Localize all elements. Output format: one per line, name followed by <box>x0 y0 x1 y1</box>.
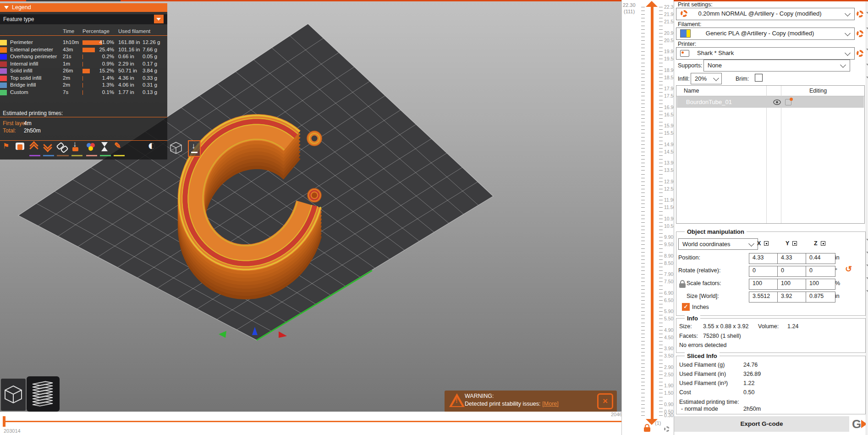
layer-tick-label: 0.50 <box>664 409 673 414</box>
manip-label: Position: <box>678 254 700 261</box>
manip-input[interactable]: 0 <box>777 266 807 277</box>
supports-combo[interactable]: None <box>703 60 850 72</box>
manip-input[interactable]: 100 <box>749 279 779 290</box>
legend-title: Legend <box>12 4 31 11</box>
percentage-bar <box>82 55 83 59</box>
printer-combo[interactable]: Shark * Shark <box>676 47 855 60</box>
slider-settings-gear-icon[interactable] <box>664 426 670 432</box>
legend-row: Internal infill 1m 0.9% 2.29 in 0.17 g <box>0 61 167 68</box>
legend-row: Solid infill 26m 15.2% 50.71 in 3.84 g <box>0 68 167 75</box>
one-layer-down-icon[interactable] <box>43 142 54 156</box>
bounding-box-icon[interactable] <box>169 142 184 156</box>
preview-view-button[interactable] <box>27 376 60 412</box>
scrollbar[interactable] <box>866 0 868 435</box>
manip-unit: ° <box>835 267 837 274</box>
eye-icon[interactable] <box>773 99 781 106</box>
manip-input[interactable]: 0.44 <box>806 253 835 264</box>
feature-length: 0.66 in <box>118 54 134 59</box>
layer-slider-column: 22.30 (111) 0.300.500.901.501.902.502.90… <box>621 0 674 435</box>
feature-type-dropdown[interactable]: Feature type <box>0 14 167 24</box>
close-icon[interactable]: × <box>597 393 613 409</box>
color-prints-icon[interactable] <box>16 142 27 156</box>
printer-gear-icon[interactable] <box>857 50 863 57</box>
sliced-label: Used Filament (g) <box>679 362 725 368</box>
scale-lock-icon[interactable] <box>679 283 686 288</box>
move-slider-start-value: 203014 <box>4 428 21 434</box>
tool-colors-icon[interactable] <box>86 142 97 156</box>
layer-tick-label: 2.90 <box>664 364 673 370</box>
object-row[interactable]: BourdonTube_01 <box>677 96 864 108</box>
layer-slider-bottom-count: (1) <box>655 420 661 426</box>
brim-checkbox[interactable] <box>755 74 763 82</box>
move-slider[interactable] <box>4 421 633 422</box>
percentage-bar <box>82 69 90 73</box>
layers-tool-icon[interactable]: ↓ <box>188 142 202 156</box>
sliced-label: Estimated printing time: <box>679 399 739 405</box>
feature-color-chip <box>0 54 7 60</box>
seam-paint-icon[interactable]: ✎ <box>114 142 125 156</box>
volume-value: 1.24 <box>787 323 798 330</box>
gcode-icon[interactable]: G <box>852 417 861 431</box>
feature-length: 161.88 in <box>118 39 140 45</box>
layer-tick-label: 7.50 <box>664 279 673 284</box>
info-title: Info <box>685 315 700 322</box>
layer-slider-top-thumb[interactable] <box>646 1 658 7</box>
manip-input[interactable]: 100 <box>777 279 807 290</box>
coordinates-combo[interactable]: World coordinates <box>678 238 758 250</box>
feature-weight: 3.84 g <box>143 68 157 73</box>
manip-input[interactable]: 4.33 <box>777 253 807 264</box>
feature-length: 2.29 in <box>118 61 134 66</box>
center-of-mass-icon[interactable]: ◐ <box>148 142 163 156</box>
legend-header[interactable]: Legend <box>0 3 167 12</box>
manip-input[interactable]: 0 <box>806 266 835 277</box>
unlink-icon[interactable] <box>57 142 69 156</box>
sliced-label: Used Filament (in³) <box>679 380 728 386</box>
printer-icon <box>680 50 689 57</box>
legend-row: Perimeter 1h10m 41.0% 161.88 in 12.26 g <box>0 39 167 47</box>
feature-label: Custom <box>10 89 28 95</box>
print-settings-gear-icon[interactable] <box>857 11 863 17</box>
one-layer-up-icon[interactable] <box>29 142 40 156</box>
3d-viewport[interactable]: Legend Feature type Time Percentage Used… <box>0 0 621 412</box>
manip-unit: in <box>835 293 840 299</box>
3d-view-button[interactable] <box>1 379 26 411</box>
manip-label: Scale factors: <box>687 280 721 286</box>
infill-combo[interactable]: 20% <box>691 73 722 84</box>
manip-input[interactable]: 3.5512 <box>749 292 779 303</box>
editing-header: Editing <box>809 88 827 94</box>
feature-toolbar: ⚑↓✎◐↓ <box>0 139 206 160</box>
layer-slider-bar[interactable] <box>651 6 654 420</box>
feature-percent: 15.2% <box>89 68 114 73</box>
manip-input[interactable]: 0.875 <box>806 292 835 303</box>
object-manipulation-group: Object manipulation World coordinates XY… <box>676 231 866 316</box>
filament-combo[interactable]: Generic PLA @Artillery - Copy (modified) <box>676 28 855 40</box>
export-gcode-button[interactable]: Export G-code <box>674 416 849 432</box>
feature-length: 1.77 in <box>118 89 134 95</box>
place-on-bed-icon[interactable]: ↓ <box>71 142 82 156</box>
manip-input[interactable]: 0 <box>749 266 779 277</box>
layer-slider-current-count: (111) <box>624 9 635 14</box>
feature-time: 2m <box>63 75 70 81</box>
collapse-icon[interactable] <box>4 6 9 9</box>
manip-input[interactable]: 4.33 <box>749 253 779 264</box>
col-percentage: Percentage <box>82 28 110 34</box>
layer-tick-label: 6.50 <box>664 297 673 303</box>
percentage-bar <box>82 76 83 81</box>
filament-label: Filament: <box>678 21 701 28</box>
feature-color-chip <box>0 76 7 81</box>
manip-input[interactable]: 3.92 <box>777 292 807 303</box>
dropdown-arrow-icon[interactable] <box>154 15 164 23</box>
lock-icon[interactable] <box>644 427 650 432</box>
print-settings-combo[interactable]: 0.20mm NORMAL @Artillery - Copy (modifie… <box>676 8 855 20</box>
reset-rotation-icon[interactable]: ↺ <box>845 264 852 274</box>
more-link[interactable]: [More] <box>542 401 558 407</box>
filament-gear-icon[interactable] <box>857 30 863 37</box>
print-time-icon[interactable] <box>100 142 111 156</box>
layer-tick-label: 9.50 <box>664 242 673 247</box>
travel-paths-icon[interactable]: ⚑ <box>3 142 14 156</box>
move-slider-thumb[interactable] <box>3 416 5 427</box>
manip-input[interactable]: 100 <box>806 279 835 290</box>
inches-checkbox[interactable]: ✓ <box>682 303 690 311</box>
editing-icon[interactable] <box>785 99 791 105</box>
feature-color-chip <box>0 47 7 53</box>
